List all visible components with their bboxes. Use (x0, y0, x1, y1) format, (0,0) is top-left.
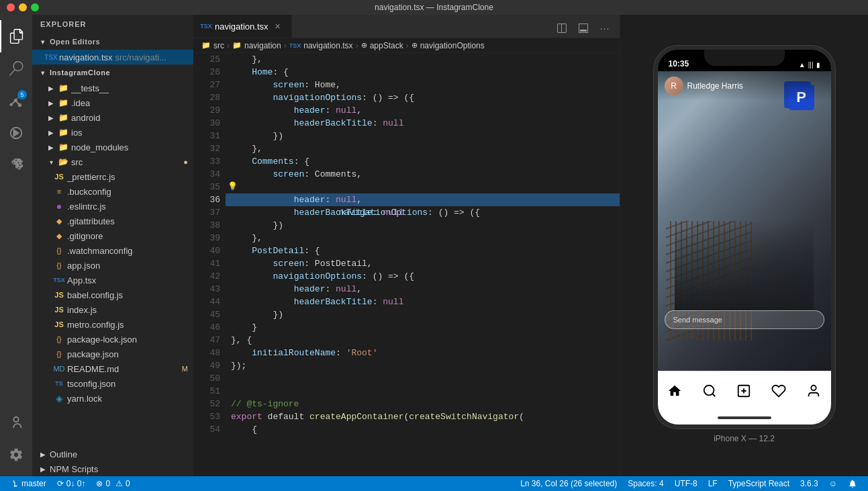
bell-status[interactable] (842, 476, 863, 491)
phone-heart-nav-icon[interactable] (769, 382, 788, 400)
index-js-label: index.js (67, 305, 97, 315)
phone-profile-nav-icon[interactable] (804, 382, 823, 400)
git-branch-status[interactable]: master (5, 476, 52, 491)
line-ending-status[interactable]: LF (703, 476, 723, 491)
code-line-29: header: null, (226, 104, 620, 117)
npm-scripts-label: NPM Scripts (50, 464, 98, 474)
ln-45: 45 (193, 308, 220, 321)
phone-username: Rutledge Harris (687, 81, 743, 91)
sync-status[interactable]: ⟳ 0↓ 0↑ (52, 476, 91, 491)
extensions-activity-icon[interactable] (0, 149, 32, 181)
encoding-status[interactable]: UTF-8 (669, 476, 703, 491)
breadcrumb-navigation-tsx[interactable]: TSX navigation.tsx (289, 41, 353, 50)
split-editor-button[interactable] (552, 19, 571, 38)
phone-notch (704, 50, 785, 66)
breadcrumb-navoptions-icon: ⊕ (412, 41, 418, 50)
accounts-activity-icon[interactable] (0, 406, 32, 439)
cursor-position-status[interactable]: Ln 36, Col 26 (26 selected) (515, 476, 622, 491)
code-line-49: }); (226, 359, 620, 372)
source-control-activity-icon[interactable]: 5 (0, 85, 32, 117)
tree-readme[interactable]: MD README.md M (32, 361, 193, 376)
code-line-40: PostDetail: { (226, 244, 620, 257)
open-editors-section[interactable]: ▾ Open Editors (32, 34, 193, 50)
explorer-activity-icon[interactable] (0, 20, 32, 52)
activity-bar: 5 (0, 15, 32, 476)
maximize-button[interactable] (31, 3, 39, 11)
project-section[interactable]: ▾ InstagramClone (32, 64, 193, 81)
code-line-28: navigationOptions: () => ({ (226, 91, 620, 104)
code-editor[interactable]: 25 26 27 28 29 30 31 32 33 34 35 36 37 3… (193, 53, 620, 476)
warning-icon: ⚠ (115, 479, 123, 488)
phone-send-message[interactable]: Send message (665, 310, 824, 329)
tab-close-button[interactable]: × (273, 21, 283, 32)
run-activity-icon[interactable] (0, 117, 32, 149)
tree-yarn-lock[interactable]: ◈ yarn.lock (32, 391, 193, 406)
breadcrumb-navoptions-label: navigationOptions (420, 41, 485, 50)
code-content[interactable]: }, Home: { screen: Home, navigationOptio… (226, 53, 620, 476)
tree-idea-folder[interactable]: ▶ 📁 .idea (32, 95, 193, 110)
tab-bar: TSX navigation.tsx × ··· (193, 15, 620, 38)
ln-27: 27 (193, 79, 220, 91)
tree-android-folder[interactable]: ▶ 📁 android (32, 110, 193, 125)
more-actions-button[interactable]: ··· (595, 19, 614, 38)
spaces-status[interactable]: Spaces: 4 (622, 476, 669, 491)
buckconfig-icon: ≡ (54, 186, 64, 197)
toggle-panel-button[interactable] (574, 19, 593, 38)
breadcrumb-src[interactable]: 📁 src (201, 41, 224, 50)
breadcrumb-navoptions[interactable]: ⊕ navigationOptions (412, 41, 485, 50)
tree-package-json[interactable]: {} package.json (32, 347, 193, 361)
sync-label: 0↓ 0↑ (66, 479, 86, 488)
tree-tsconfig[interactable]: TS tsconfig.json (32, 376, 193, 391)
ln-35: 35 (193, 181, 220, 193)
tree-prettierrc[interactable]: JS _prettierrc.js (32, 169, 193, 184)
npm-scripts-section[interactable]: ▶ NPM Scripts (32, 461, 193, 476)
app-json-label: app.json (67, 261, 100, 271)
tree-gitignore[interactable]: ◆ .gitignore (32, 228, 193, 243)
npm-scripts-chevron: ▶ (38, 463, 48, 474)
tree-node-modules-folder[interactable]: ▶ 📁 node_modules (32, 140, 193, 154)
tree-ios-folder[interactable]: ▶ 📁 ios (32, 125, 193, 140)
minimize-button[interactable] (19, 3, 27, 11)
tab-filename: navigation.tsx (215, 21, 269, 32)
smiley-status[interactable]: ☺ (824, 476, 842, 491)
open-editor-navigation-tsx[interactable]: TSX navigation.tsx src/navigati... (32, 50, 193, 64)
breadcrumb-navigation[interactable]: 📁 navigation (232, 41, 281, 50)
tree-index-js[interactable]: JS index.js (32, 302, 193, 317)
phone-search-nav-icon[interactable] (700, 382, 719, 400)
tree-app-tsx[interactable]: TSX App.tsx (32, 273, 193, 287)
breadcrumb-tsx-icon: TSX (289, 42, 301, 49)
metro-icon: JS (54, 319, 64, 330)
settings-activity-icon[interactable] (0, 439, 32, 471)
version-status[interactable]: 3.6.3 (795, 476, 824, 491)
title-bar: navigation.tsx — InstagramClone (0, 0, 868, 15)
index-js-icon: JS (54, 304, 64, 315)
tree-app-json[interactable]: {} app.json (32, 258, 193, 273)
tree-eslintrc[interactable]: ● .eslintrc.js (32, 199, 193, 214)
tree-gitattributes[interactable]: ◆ .gitattributes (32, 214, 193, 228)
search-activity-icon[interactable] (0, 52, 32, 85)
ln-53: 53 (193, 410, 220, 423)
code-line-44: headerBackTitle: null (226, 296, 620, 308)
tree-watchmanconfig[interactable]: {} .watchmanconfig (32, 243, 193, 258)
breadcrumb-src-label: src (213, 41, 224, 50)
errors-status[interactable]: ⊗ 0 ⚠ 0 (91, 476, 135, 491)
tree-tests-folder[interactable]: ▶ 📁 __tests__ (32, 81, 193, 95)
tree-package-lock[interactable]: {} package-lock.json (32, 332, 193, 347)
tree-buckconfig[interactable]: ≡ .buckconfig (32, 184, 193, 199)
close-button[interactable] (7, 3, 15, 11)
prettierrc-label: _prettierrc.js (67, 172, 115, 182)
navigation-tsx-tab[interactable]: TSX navigation.tsx × (193, 15, 292, 38)
language-status[interactable]: TypeScript React (723, 476, 795, 491)
node-modules-chevron: ▶ (46, 142, 56, 152)
tree-metro-config[interactable]: JS metro.config.js (32, 317, 193, 332)
outline-section[interactable]: ▶ Outline (32, 447, 193, 461)
tree-src-folder[interactable]: ▾ 📂 src ● (32, 154, 193, 169)
phone-home-nav-icon[interactable] (665, 382, 684, 400)
breadcrumb-appstack[interactable]: ⊕ appStack (361, 41, 403, 50)
right-panel: 10:35 ▲ ||| ▮ (620, 15, 868, 476)
code-line-36: header: null, (226, 193, 620, 206)
code-line-46: } (226, 321, 620, 334)
spaces-label: Spaces: 4 (628, 479, 663, 488)
tree-babel-config[interactable]: JS babel.config.js (32, 287, 193, 302)
phone-add-nav-icon[interactable] (734, 382, 753, 400)
